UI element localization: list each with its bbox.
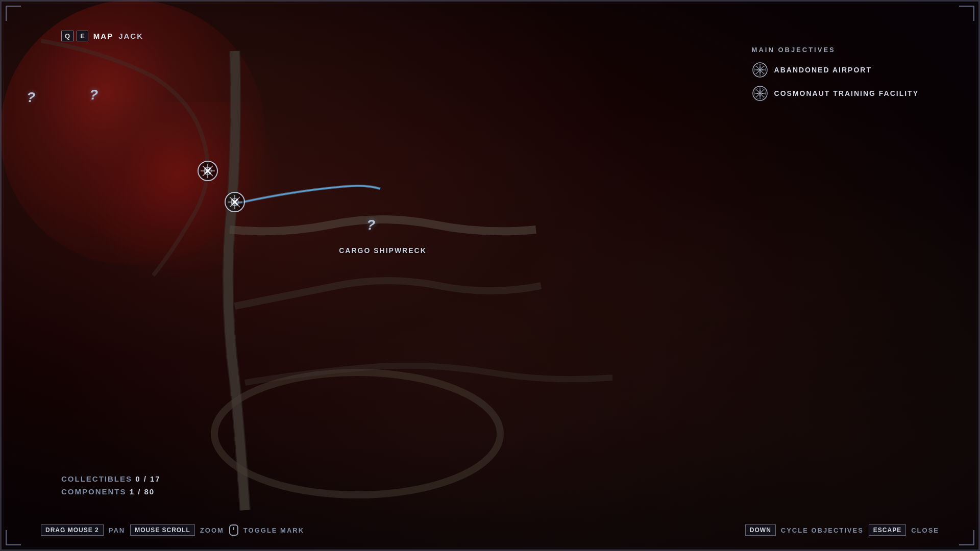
objective-text-2: COSMONAUT TRAINING FACILITY [774,89,919,97]
zoom-label: ZOOM [200,527,224,534]
objective-item-1: ABANDONED AIRPORT [752,62,919,78]
objective-icon-2 [752,85,768,102]
key-q-badge[interactable]: Q [61,31,74,41]
toggle-mark-label: TOGGLE MARK [243,527,304,534]
collectibles-label: COLLECTIBLES [61,474,132,483]
escape-badge[interactable]: ESCAPE [869,524,906,536]
close-label: CLOSE [911,527,939,534]
svg-point-0 [214,372,500,495]
collectibles-value: 0 / 17 [135,474,161,483]
key-e-badge[interactable]: E [77,31,88,41]
objectives-panel: MAIN OBJECTIVES ABANDONED AIRPORT [752,46,919,109]
objective-item-2: COSMONAUT TRAINING FACILITY [752,85,919,102]
tab-map[interactable]: MAP [93,32,113,40]
components-value: 1 / 80 [130,487,155,496]
collectibles-stat: COLLECTIBLES 0 / 17 [61,474,161,483]
tab-jack[interactable]: JACK [118,32,143,40]
down-badge[interactable]: DOWN [745,524,776,536]
components-label: COMPONENTS [61,487,127,496]
cargo-shipwreck-label: CARGO SHIPWRECK [332,246,434,255]
cycle-objectives-label: CYCLE OBJECTIVES [781,527,864,534]
unknown-marker-2: ? [89,87,98,103]
bottom-stats: COLLECTIBLES 0 / 17 COMPONENTS 1 / 80 [61,474,161,500]
objective-text-1: ABANDONED AIRPORT [774,66,872,74]
components-stat: COMPONENTS 1 / 80 [61,487,161,496]
controls-right: DOWN CYCLE OBJECTIVES ESCAPE CLOSE [745,524,939,536]
controls-left: DRAG MOUSE 2 PAN MOUSE SCROLL ZOOM TOGGL… [41,524,304,536]
bottom-controls: DRAG MOUSE 2 PAN MOUSE SCROLL ZOOM TOGGL… [0,524,980,536]
objectives-title: MAIN OBJECTIVES [752,46,919,54]
drag-mouse-badge[interactable]: DRAG MOUSE 2 [41,524,104,536]
top-nav: Q E MAP JACK [61,31,143,41]
objective-icon-1 [752,62,768,78]
pan-label: PAN [109,527,125,534]
mouse-scroll-badge[interactable]: MOUSE SCROLL [130,524,195,536]
unknown-marker-1: ? [27,89,35,106]
unknown-marker-cargo: ? [366,217,375,233]
map-objective-1 [197,160,219,182]
mouse-scroll-line [233,527,234,530]
mouse-icon [229,524,238,536]
map-objective-2 [224,191,246,213]
